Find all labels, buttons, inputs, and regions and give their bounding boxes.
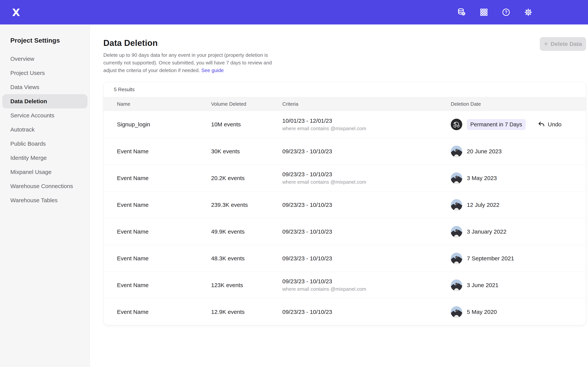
status-badge: Permanent in 7 Days [467,119,526,130]
row-criteria: 09/23/23 - 10/10/23 [282,148,332,155]
row-criteria: 09/23/23 - 10/10/23 [282,202,332,208]
settings-icon[interactable] [524,8,533,17]
requester-avatar-photo [451,199,462,211]
row-volume: 12.9K events [211,309,245,315]
sidebar-item-project-users[interactable]: Project Users [2,66,87,80]
data-management-icon[interactable] [457,8,466,17]
row-criteria-condition: where email contains @mixpanel.com [282,286,366,292]
row-name: Event Name [117,255,148,262]
row-name: Event Name [117,175,148,181]
svg-text:?: ? [505,9,508,15]
deletion-date: 3 January 2022 [467,228,506,235]
row-name: Signup_login [117,121,150,128]
apps-grid-icon[interactable] [479,8,488,17]
sidebar-item-service-accounts[interactable]: Service Accounts [2,108,87,123]
table-row: Event Name 49.9K events 09/23/23 - 10/10… [104,218,586,245]
row-criteria: 09/23/23 - 10/10/23 [282,255,332,262]
row-criteria-condition: where email contains @mixpanel.com [282,179,366,185]
row-name: Event Name [117,228,148,235]
page-title: Data Deletion [103,38,588,48]
sidebar-title: Project Settings [0,37,90,44]
top-navigation: X ? [0,0,588,25]
undo-button[interactable]: Undo [537,121,562,128]
deletion-date: 7 September 2021 [467,255,514,262]
row-volume: 10M events [211,121,241,128]
row-name: Event Name [117,309,148,315]
requester-avatar-photo [451,146,462,157]
requester-avatar-illustration [451,119,462,130]
requester-avatar-photo [451,306,462,318]
row-criteria: 09/23/23 - 10/10/23 [282,309,332,315]
row-criteria: 09/23/23 - 10/10/23 [282,278,332,285]
table-row: Event Name 239.3K events 09/23/23 - 10/1… [104,191,586,218]
page-description: Delete up to 90 days data for any event … [103,51,275,74]
row-volume: 30K events [211,148,240,155]
table-row: Event Name 20.2K events 09/23/23 - 10/10… [104,165,586,191]
plus-icon: + [544,41,548,47]
row-volume: 48.3K events [211,255,245,262]
main-content: Data Deletion Delete up to 90 days data … [90,25,588,367]
row-volume: 20.2K events [211,175,245,181]
delete-data-button[interactable]: + Delete Data [540,37,586,51]
sidebar-item-mixpanel-usage[interactable]: Mixpanel Usage [2,165,87,179]
row-name: Event Name [117,148,148,155]
deletion-date: 3 May 2023 [467,175,497,181]
column-header-criteria: Criteria [282,101,451,107]
deletion-date: 12 July 2022 [467,202,499,208]
sidebar-item-warehouse-connections[interactable]: Warehouse Connections [2,179,87,193]
sidebar-item-identity-merge[interactable]: Identity Merge [2,151,87,165]
delete-data-label: Delete Data [551,41,582,47]
svg-text:X: X [12,7,20,18]
mixpanel-logo[interactable]: X [10,6,22,18]
deletion-date: 5 May 2020 [467,309,497,315]
row-volume: 123K events [211,282,243,288]
table-row: Event Name 12.9K events 09/23/23 - 10/10… [104,298,586,325]
sidebar-item-data-deletion[interactable]: Data Deletion [2,94,87,108]
results-count: 5 Results [114,87,135,92]
deletion-date: 20 June 2023 [467,148,502,155]
page-description-text: Delete up to 90 days data for any event … [103,52,272,73]
row-criteria: 09/23/23 - 10/10/23 [282,228,332,235]
sidebar-item-warehouse-tables[interactable]: Warehouse Tables [2,193,87,207]
requester-avatar-photo [451,253,462,264]
row-volume: 239.3K events [211,202,248,208]
row-name: Event Name [117,202,148,208]
table-row: Event Name 123K events 09/23/23 - 10/10/… [104,272,586,298]
row-criteria: 10/01/23 - 12/01/23 [282,117,332,124]
undo-icon [537,121,545,128]
undo-label: Undo [548,121,562,128]
column-header-deletion-date: Deletion Date [451,101,586,107]
row-name: Event Name [117,282,148,288]
deletion-date: 3 June 2021 [467,282,498,288]
help-icon[interactable]: ? [502,8,511,17]
row-criteria: 09/23/23 - 10/10/23 [282,171,332,178]
column-header-name: Name [117,101,211,107]
deletion-table-card: 5 Results Name Volume Deleted Criteria D… [103,82,586,325]
table-header: Name Volume Deleted Criteria Deletion Da… [104,97,586,111]
results-bar: 5 Results [104,82,586,97]
requester-avatar-photo [451,226,462,237]
sidebar: Project Settings OverviewProject UsersDa… [0,25,90,367]
sidebar-item-data-views[interactable]: Data Views [2,80,87,94]
requester-avatar-photo [451,172,462,184]
nav-icons: ? [457,8,533,17]
table-row: Event Name 30K events 09/23/23 - 10/10/2… [104,138,586,165]
column-header-volume: Volume Deleted [211,101,282,107]
requester-avatar-photo [451,279,462,291]
table-body: Signup_login 10M events 10/01/23 - 12/01… [104,111,586,325]
sidebar-menu: OverviewProject UsersData ViewsData Dele… [0,52,90,207]
sidebar-item-public-boards[interactable]: Public Boards [2,137,87,151]
sidebar-item-autotrack[interactable]: Autotrack [2,123,87,137]
row-criteria-condition: where email contains @mixpanel.com [282,125,366,132]
row-volume: 49.9K events [211,228,245,235]
table-row: Event Name 48.3K events 09/23/23 - 10/10… [104,245,586,272]
table-row: Signup_login 10M events 10/01/23 - 12/01… [104,111,586,138]
sidebar-item-overview[interactable]: Overview [2,52,87,66]
see-guide-link[interactable]: See guide [201,67,224,73]
